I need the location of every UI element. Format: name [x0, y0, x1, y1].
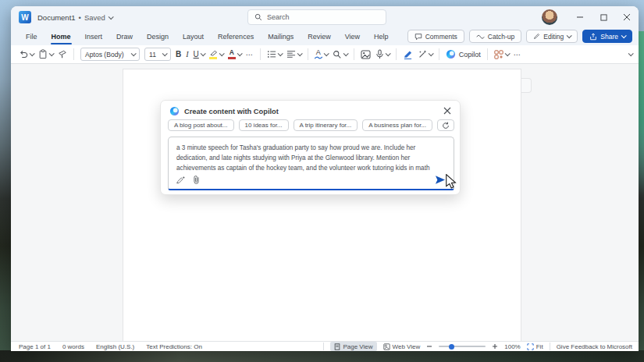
- feedback-link[interactable]: Give Feedback to Microsoft: [557, 343, 632, 350]
- zoom-in-button[interactable]: [492, 343, 498, 350]
- share-button[interactable]: Share: [582, 30, 632, 43]
- zoom-percentage[interactable]: 100%: [504, 343, 520, 350]
- editing-mode-button[interactable]: Editing: [526, 30, 578, 43]
- status-bar-left: Page 1 of 1 0 words English (U.S.) Text …: [19, 343, 202, 350]
- undo-button[interactable]: [19, 50, 34, 59]
- copilot-label: Copilot: [459, 51, 481, 59]
- titlebar-controls: [542, 6, 639, 28]
- send-button[interactable]: [435, 175, 446, 185]
- dictate-button[interactable]: [375, 49, 390, 59]
- alignment-button[interactable]: [286, 50, 301, 59]
- catch-up-button[interactable]: Catch-up: [469, 30, 522, 43]
- tab-layout[interactable]: Layout: [176, 28, 211, 45]
- fit-icon: [527, 343, 534, 350]
- tab-review[interactable]: Review: [301, 28, 338, 45]
- collapse-ribbon-button[interactable]: [628, 51, 634, 56]
- dialog-close-button[interactable]: [443, 106, 452, 115]
- maximize-button[interactable]: [592, 6, 615, 28]
- tab-insert[interactable]: Insert: [78, 28, 110, 45]
- zoom-slider-thumb[interactable]: [449, 344, 454, 350]
- desktop-background: W Document1 • Saved Search: [0, 0, 644, 362]
- tab-actions: Comments Catch-up Editing: [407, 30, 632, 43]
- tab-references[interactable]: References: [211, 28, 261, 45]
- refresh-suggestions-button[interactable]: [437, 119, 454, 131]
- highlight-color-button[interactable]: [209, 50, 223, 59]
- page-count[interactable]: Page 1 of 1: [19, 343, 51, 350]
- ribbon-tab-row: File Home Insert Draw Design Layout Refe…: [11, 28, 639, 45]
- document-title-menu[interactable]: Document1 • Saved: [37, 13, 112, 22]
- font-color-button[interactable]: A: [228, 49, 241, 59]
- ribbon-separator: [354, 48, 354, 60]
- zoom-slider[interactable]: [439, 346, 486, 347]
- more-font-options-button[interactable]: ⋯: [246, 51, 254, 59]
- inspire-pen-icon[interactable]: [176, 176, 185, 185]
- tab-home[interactable]: Home: [44, 28, 78, 45]
- statusbar-separator: [323, 342, 324, 350]
- page-view-icon: [334, 343, 340, 350]
- refresh-icon: [442, 122, 450, 130]
- page-view-button[interactable]: Page View: [330, 342, 376, 351]
- editor-button[interactable]: [403, 50, 413, 59]
- underline-button[interactable]: U: [194, 51, 205, 59]
- text-predictions-toggle[interactable]: Text Predictions: On: [146, 343, 202, 350]
- tab-help[interactable]: Help: [367, 28, 396, 45]
- ribbon-more-button[interactable]: ⋯: [514, 51, 521, 59]
- chevron-down-icon: [49, 51, 55, 56]
- ribbon-separator: [73, 48, 74, 60]
- undo-icon: [19, 50, 28, 59]
- chevron-down-icon: [237, 51, 242, 56]
- zoom-out-button[interactable]: [426, 343, 432, 350]
- word-window: W Document1 • Saved Search: [11, 6, 639, 351]
- tab-draw[interactable]: Draw: [109, 28, 140, 45]
- font-name-select[interactable]: Aptos (Body): [80, 48, 140, 61]
- font-color-icon: A: [228, 49, 236, 59]
- chevron-down-icon: [323, 51, 329, 56]
- suggestion-chip-itinerary[interactable]: A trip itinerary for...: [294, 119, 358, 131]
- suggestion-chip-blog-post[interactable]: A blog post about...: [168, 119, 234, 131]
- find-button[interactable]: [333, 50, 347, 59]
- font-size-select[interactable]: 11: [144, 48, 171, 61]
- close-button[interactable]: [615, 6, 639, 28]
- account-avatar[interactable]: [542, 9, 557, 25]
- designer-button[interactable]: [361, 50, 371, 59]
- catch-up-icon: [476, 33, 485, 40]
- bullets-button[interactable]: [267, 50, 282, 59]
- web-view-button[interactable]: Web View: [383, 343, 421, 350]
- suggestion-chip-business-plan[interactable]: A business plan for...: [362, 119, 432, 131]
- paste-button[interactable]: [38, 49, 53, 59]
- search-input[interactable]: Search: [247, 9, 386, 25]
- word-count[interactable]: 0 words: [62, 343, 84, 350]
- italic-button[interactable]: I: [186, 51, 188, 59]
- chevron-down-icon: [200, 51, 205, 56]
- styles-button[interactable]: A: [315, 49, 328, 59]
- fit-button[interactable]: Fit: [527, 343, 543, 350]
- chevron-down-icon: [567, 33, 572, 38]
- autoformat-button[interactable]: [418, 50, 432, 59]
- close-icon: [443, 107, 451, 115]
- comment-icon: [415, 33, 422, 41]
- copilot-icon: [169, 106, 180, 116]
- copilot-button[interactable]: Copilot: [446, 49, 481, 59]
- underline-letter: U: [194, 51, 199, 59]
- copilot-prompt-input[interactable]: a 3 minute speech for Tasha's graduation…: [168, 137, 454, 190]
- chevron-down-icon: [277, 51, 283, 56]
- page-margin-tab[interactable]: [521, 78, 532, 93]
- tab-mailings[interactable]: Mailings: [261, 28, 301, 45]
- format-painter-button[interactable]: [58, 50, 67, 59]
- minimize-button[interactable]: [568, 6, 592, 28]
- suggestion-chip-ideas[interactable]: 10 ideas for...: [239, 119, 289, 131]
- add-ins-button[interactable]: [494, 50, 509, 59]
- tab-file[interactable]: File: [19, 28, 44, 45]
- chevron-down-icon: [219, 51, 224, 56]
- bold-button[interactable]: B: [176, 51, 181, 59]
- designer-icon: [361, 50, 371, 59]
- tab-view[interactable]: View: [338, 28, 367, 45]
- wallpaper-glow: [638, 31, 644, 195]
- comments-button[interactable]: Comments: [407, 30, 464, 43]
- pencil-icon: [533, 33, 540, 40]
- tab-design[interactable]: Design: [140, 28, 176, 45]
- language-indicator[interactable]: English (U.S.): [96, 343, 134, 350]
- paperclip-icon[interactable]: [192, 175, 201, 185]
- ribbon-separator: [308, 48, 308, 60]
- format-painter-icon: [58, 50, 67, 59]
